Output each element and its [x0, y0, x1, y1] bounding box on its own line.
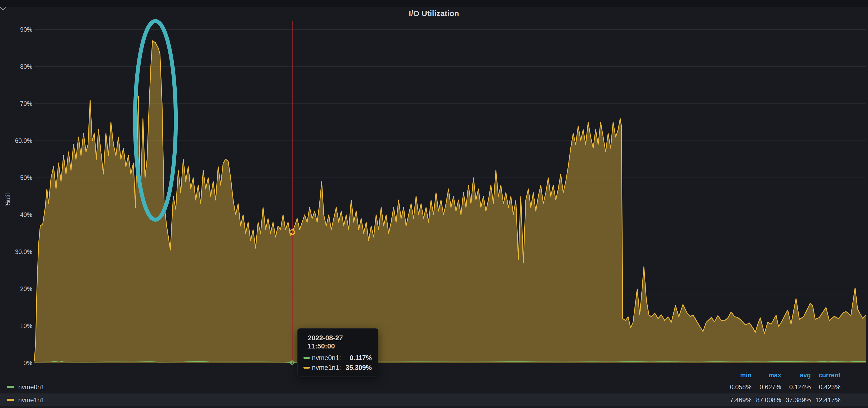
- legend-stats-header: minmaxavgcurrent: [0, 370, 868, 380]
- legend-item-nvme0n1[interactable]: nvme0n1: [0, 383, 722, 391]
- legend-stat-max: 0.627%: [751, 383, 781, 391]
- tooltip-series-label: nvme0n1:: [312, 354, 341, 362]
- legend-stat-header-avg[interactable]: avg: [781, 372, 811, 379]
- legend-stat-current: 0.423%: [811, 383, 840, 391]
- legend: minmaxavgcurrent nvme0n10.058%0.627%0.12…: [0, 370, 868, 408]
- legend-stat-current: 12.417%: [811, 396, 840, 404]
- legend-row-nvme0n1: nvme0n10.058%0.627%0.124%0.423%: [0, 380, 868, 394]
- plot-area[interactable]: [0, 0, 868, 408]
- tooltip-series-swatch: [304, 357, 310, 359]
- tooltip-row: nvme1n1:35.309%: [304, 364, 372, 372]
- tooltip-series-value: 0.117%: [350, 354, 372, 362]
- tooltip: 2022-08-27 11:50:00 nvme0n1:0.117%nvme1n…: [298, 328, 378, 376]
- legend-stat-header-max[interactable]: max: [751, 372, 781, 379]
- legend-swatch[interactable]: [7, 399, 14, 401]
- legend-stat-max: 87.008%: [751, 396, 781, 404]
- legend-label[interactable]: nvme0n1: [18, 383, 44, 391]
- legend-swatch[interactable]: [7, 386, 14, 388]
- legend-item-nvme1n1[interactable]: nvme1n1: [0, 396, 722, 404]
- tooltip-row: nvme0n1:0.117%: [304, 354, 372, 362]
- legend-stat-avg: 37.389%: [781, 396, 811, 404]
- legend-stat-avg: 0.124%: [781, 383, 811, 391]
- legend-stat-min: 7.469%: [722, 396, 751, 404]
- legend-row-nvme1n1: nvme1n17.469%87.008%37.389%12.417%: [0, 394, 868, 406]
- tooltip-series-swatch: [304, 367, 310, 369]
- legend-stat-min: 0.058%: [722, 383, 751, 391]
- tooltip-timestamp: 2022-08-27 11:50:00: [308, 334, 372, 350]
- legend-stat-header-current[interactable]: current: [811, 372, 840, 379]
- legend-stat-header-min[interactable]: min: [722, 372, 751, 379]
- tooltip-series-value: 35.309%: [346, 364, 372, 372]
- grafana-panel: I/O Utilization %util 0%10%20%30.0%40%50…: [0, 0, 868, 408]
- tooltip-series-label: nvme1n1:: [312, 364, 341, 372]
- legend-label[interactable]: nvme1n1: [18, 396, 44, 404]
